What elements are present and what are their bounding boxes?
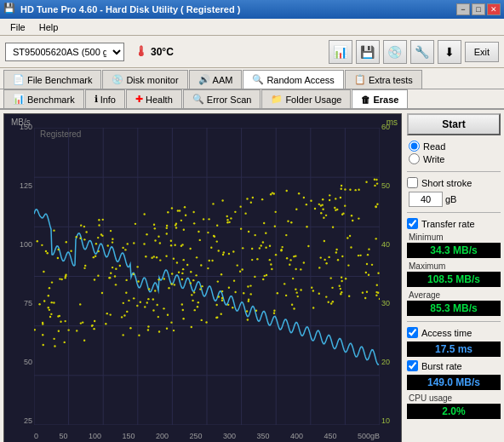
gb-input-row: gB	[407, 192, 501, 207]
main-content: MB/s ms 150 125 100 75 50 25 60 50 40 30…	[0, 110, 504, 442]
start-button[interactable]: Start	[407, 113, 501, 135]
read-write-group: Read Write	[407, 139, 501, 166]
minimum-value: 34.3 MB/s	[407, 243, 501, 258]
tab-error-scan[interactable]: 🔍 Error Scan	[183, 89, 261, 108]
write-radio[interactable]	[409, 153, 420, 164]
burst-rate-value: 149.0 MB/s	[407, 375, 501, 390]
thermometer-icon: 🌡	[135, 44, 148, 60]
menu-file[interactable]: File	[3, 20, 32, 34]
toolbar-btn-2[interactable]: 💾	[356, 40, 380, 64]
registered-watermark: Registered	[40, 129, 81, 139]
info-icon: ℹ	[94, 94, 98, 105]
close-button[interactable]: ✕	[487, 3, 501, 15]
toolbar-btn-5[interactable]: ⬇	[438, 40, 461, 64]
access-time-label: Access time	[421, 328, 472, 338]
disk-monitor-icon: 💿	[112, 74, 123, 85]
tab-erase[interactable]: 🗑 Erase	[352, 89, 408, 108]
burst-rate-label: Burst rate	[421, 361, 462, 371]
short-stroke-checkbox[interactable]	[407, 177, 418, 188]
toolbar-btn-4[interactable]: 🔧	[410, 40, 434, 64]
tab-extra-tests[interactable]: 📋 Extra tests	[345, 70, 422, 89]
title-bar-text: HD Tune Pro 4.60 - Hard Disk Utility ( R…	[20, 4, 456, 14]
burst-rate-checkbox[interactable]	[407, 360, 418, 371]
chart-area: MB/s ms 150 125 100 75 50 25 60 50 40 30…	[3, 113, 402, 442]
app-icon: 💾	[3, 3, 17, 16]
maximum-label: Maximum	[407, 261, 501, 271]
divider-2	[407, 212, 501, 213]
short-stroke-label: Short stroke	[421, 178, 472, 188]
average-section: Average 85.3 MB/s	[407, 290, 501, 316]
tab-benchmark[interactable]: 📊 Benchmark	[3, 89, 84, 108]
average-label: Average	[407, 290, 501, 300]
tab-random-access[interactable]: 🔍 Random Access	[243, 70, 343, 89]
minimum-label: Minimum	[407, 232, 501, 242]
access-time-checkbox[interactable]	[407, 327, 418, 338]
transfer-rate-label: Transfer rate	[421, 219, 475, 229]
toolbar-btn-1[interactable]: 📊	[329, 40, 352, 64]
temperature-display: 🌡 30°C	[135, 44, 174, 60]
minimum-section: Minimum 34.3 MB/s	[407, 232, 501, 258]
access-time-value: 17.5 ms	[407, 342, 501, 357]
maximum-value: 108.5 MB/s	[407, 272, 501, 287]
transfer-rate-checkbox[interactable]	[407, 218, 418, 229]
temperature-value: 30°C	[151, 46, 174, 58]
title-bar: 💾 HD Tune Pro 4.60 - Hard Disk Utility (…	[0, 0, 504, 19]
cpu-usage-section: CPU usage 2.0%	[407, 393, 501, 419]
gb-input[interactable]	[409, 192, 443, 207]
cpu-usage-value: 2.0%	[407, 404, 501, 419]
maximize-button[interactable]: □	[472, 3, 485, 15]
read-label: Read	[423, 141, 445, 152]
write-radio-item[interactable]: Write	[409, 153, 499, 164]
write-label: Write	[423, 154, 444, 164]
read-radio[interactable]	[409, 141, 420, 152]
access-time-item[interactable]: Access time	[407, 327, 501, 338]
benchmark-icon: 📊	[13, 94, 25, 105]
gb-label: gB	[445, 194, 456, 204]
drive-select[interactable]: ST95005620AS (500 gB)	[5, 43, 124, 61]
file-benchmark-icon: 📄	[13, 74, 25, 85]
read-radio-item[interactable]: Read	[409, 141, 499, 152]
tab-file-benchmark[interactable]: 📄 File Benchmark	[3, 70, 101, 89]
toolbar-btn-3[interactable]: 💿	[383, 40, 407, 64]
folder-usage-icon: 📁	[271, 94, 283, 105]
maximum-section: Maximum 108.5 MB/s	[407, 261, 501, 287]
extra-tests-icon: 📋	[354, 74, 366, 85]
random-access-icon: 🔍	[252, 74, 264, 85]
y-axis-left: 150 125 100 75 50 25	[4, 114, 34, 442]
tab-info[interactable]: ℹ Info	[85, 89, 125, 108]
divider-1	[407, 171, 501, 172]
toolbar: ST95005620AS (500 gB) 🌡 30°C 📊 💾 💿 🔧 ⬇ E…	[0, 36, 504, 68]
tab-aam[interactable]: 🔊 AAM	[189, 70, 243, 89]
bottom-tab-strip: 📊 Benchmark ℹ Info ✚ Health 🔍 Error Scan…	[0, 89, 504, 110]
aam-icon: 🔊	[198, 74, 210, 85]
health-icon: ✚	[135, 94, 143, 105]
tab-disk-monitor[interactable]: 💿 Disk monitor	[102, 70, 187, 89]
benchmark-chart	[34, 128, 380, 425]
erase-icon: 🗑	[361, 95, 370, 105]
tab-folder-usage[interactable]: 📁 Folder Usage	[261, 89, 351, 108]
x-axis: 0 50 100 150 200 250 300 350 400 450 500…	[34, 432, 380, 440]
top-tab-strip: 📄 File Benchmark 💿 Disk monitor 🔊 AAM 🔍 …	[0, 68, 504, 89]
minimize-button[interactable]: −	[456, 3, 470, 15]
menu-help[interactable]: Help	[32, 20, 66, 34]
average-value: 85.3 MB/s	[407, 301, 501, 316]
cpu-usage-label: CPU usage	[407, 393, 501, 403]
exit-button[interactable]: Exit	[465, 42, 499, 62]
error-scan-icon: 🔍	[192, 94, 204, 105]
burst-rate-item[interactable]: Burst rate	[407, 360, 501, 371]
transfer-rate-item[interactable]: Transfer rate	[407, 218, 501, 229]
right-panel: Start Read Write Short stroke gB Transfe…	[407, 113, 501, 442]
divider-3	[407, 321, 501, 322]
y-axis-right: 60 50 40 30 20 10	[380, 114, 401, 442]
menu-bar: File Help	[0, 19, 504, 36]
short-stroke-item[interactable]: Short stroke	[407, 177, 501, 188]
tab-health[interactable]: ✚ Health	[126, 89, 182, 108]
